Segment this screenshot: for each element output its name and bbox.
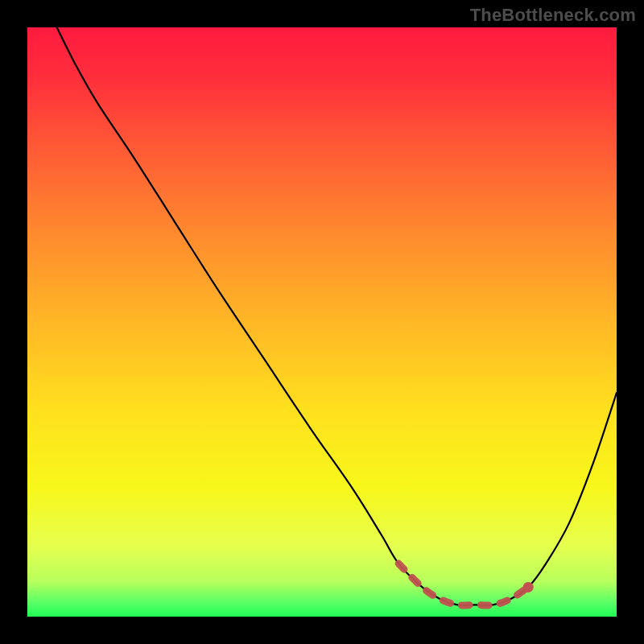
chart-svg <box>0 0 644 644</box>
svg-rect-0 <box>27 27 617 617</box>
chart-frame: TheBottleneck.com <box>0 0 644 644</box>
svg-point-1 <box>523 582 534 592</box>
watermark-text: TheBottleneck.com <box>470 5 636 26</box>
